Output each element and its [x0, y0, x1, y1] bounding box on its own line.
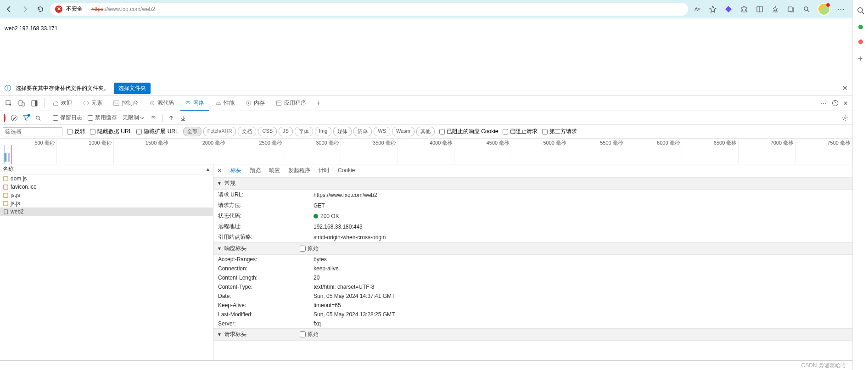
request-row[interactable]: js.js: [0, 199, 213, 207]
header-row: 请求 URL:https://www.fxq.com/web2: [213, 190, 852, 200]
section-general[interactable]: ▼常规: [213, 177, 852, 190]
sidebar-dot-red[interactable]: [858, 39, 863, 44]
detail-tab-headers[interactable]: 标头: [230, 164, 241, 178]
sidebar-plus-icon[interactable]: +: [858, 54, 863, 64]
add-tab-icon[interactable]: +: [313, 98, 325, 108]
third-party-checkbox[interactable]: 第三方请求: [542, 128, 577, 135]
collections-icon[interactable]: [786, 5, 795, 14]
tab-memory[interactable]: 内存: [241, 96, 269, 111]
more-tabs-icon[interactable]: ⋯: [821, 100, 827, 107]
more-icon[interactable]: ⋯: [837, 5, 846, 14]
network-timeline[interactable]: 500 毫秒1000 毫秒1500 毫秒2000 毫秒2500 毫秒3000 毫…: [0, 139, 852, 164]
url-text: https://www.fxq.com/web2: [91, 6, 155, 12]
request-row[interactable]: dom.js: [0, 174, 213, 183]
network-conditions-icon[interactable]: [150, 115, 157, 121]
request-row[interactable]: favicon.ico: [0, 183, 213, 191]
raw-checkbox-2[interactable]: 原始: [300, 331, 319, 338]
read-aloud-icon[interactable]: A»: [693, 5, 702, 14]
detail-tab-timing[interactable]: 计时: [319, 164, 330, 178]
request-row[interactable]: js.js: [0, 191, 213, 199]
network-settings-icon[interactable]: [842, 114, 849, 121]
svg-rect-27: [4, 209, 7, 213]
detail-tab-preview[interactable]: 预览: [250, 164, 261, 178]
type-chip[interactable]: 媒体: [333, 127, 352, 136]
type-chip[interactable]: Wasm: [392, 127, 414, 136]
svg-rect-9: [35, 101, 37, 106]
search-icon[interactable]: [35, 115, 41, 121]
header-row: Server:fxq: [213, 319, 852, 328]
import-har-icon[interactable]: [168, 115, 174, 121]
devtools-close-icon[interactable]: ✕: [843, 100, 848, 107]
svg-point-28: [857, 8, 862, 12]
inspect-icon[interactable]: [3, 98, 15, 108]
forward-button[interactable]: [19, 4, 30, 15]
info-close-icon[interactable]: ✕: [842, 84, 848, 92]
profile-avatar[interactable]: [818, 3, 830, 16]
header-row: Accept-Ranges:bytes: [213, 255, 852, 264]
type-chip[interactable]: CSS: [258, 127, 277, 136]
header-row: 状态代码:200 OK: [213, 211, 852, 221]
favorite-icon[interactable]: [708, 5, 717, 14]
tab-sources[interactable]: 源代码: [145, 96, 179, 111]
reload-button[interactable]: [35, 4, 46, 15]
device-toggle-icon[interactable]: [16, 98, 28, 108]
type-chip[interactable]: 清单: [353, 127, 372, 136]
dock-icon[interactable]: [28, 98, 40, 108]
clear-button[interactable]: [11, 115, 17, 121]
blocked-cookies-checkbox[interactable]: 已阻止的响应 Cookie: [439, 128, 498, 135]
export-har-icon[interactable]: [180, 115, 186, 121]
favorites-bar-icon[interactable]: [771, 5, 780, 14]
preserve-log-checkbox[interactable]: 保留日志: [53, 114, 82, 122]
type-chip[interactable]: 全部: [183, 127, 202, 136]
tab-performance[interactable]: 性能: [211, 96, 239, 111]
detail-tab-initiator[interactable]: 发起程序: [288, 164, 310, 178]
filter-toggle-icon[interactable]: [23, 115, 29, 121]
split-screen-icon[interactable]: [755, 5, 764, 14]
section-request-headers[interactable]: ▼请求标头 原始: [213, 328, 852, 341]
detail-close-icon[interactable]: ✕: [217, 167, 222, 174]
type-filter-chips: 全部Fetch/XHR文档CSSJS字体Img媒体清单WSWasm其他: [183, 127, 435, 136]
record-button[interactable]: [4, 115, 6, 121]
filter-input[interactable]: [3, 127, 62, 136]
tab-elements[interactable]: 元素: [78, 96, 107, 111]
svg-line-13: [218, 103, 219, 104]
override-info-bar: i 选择要在其中存储替代文件的文件夹。 选择文件夹 ✕: [0, 81, 852, 95]
header-row: Date:Sun, 05 May 2024 14:37:41 GMT: [213, 292, 852, 301]
tab-network[interactable]: 网络: [180, 96, 209, 111]
throttle-select[interactable]: 无限制: [123, 114, 145, 122]
select-folder-button[interactable]: 选择文件夹: [114, 83, 151, 94]
svg-point-22: [845, 117, 846, 119]
type-chip[interactable]: 其他: [416, 127, 435, 136]
request-list-header[interactable]: 名称▲: [0, 164, 213, 174]
request-row[interactable]: web2: [0, 207, 213, 216]
type-chip[interactable]: JS: [279, 127, 293, 136]
hide-ext-urls-checkbox[interactable]: 隐藏扩展 URL: [136, 128, 178, 135]
help-icon[interactable]: ?: [832, 100, 839, 107]
diamond-icon[interactable]: [724, 5, 733, 14]
sidebar-dot-green[interactable]: [858, 25, 863, 29]
back-button[interactable]: [4, 4, 15, 15]
hide-data-urls-checkbox[interactable]: 隐藏数据 URL: [90, 128, 132, 135]
url-box[interactable]: ✕ 不安全 | https://www.fxq.com/web2: [50, 3, 688, 16]
type-chip[interactable]: Img: [315, 127, 331, 136]
zoom-icon[interactable]: [802, 5, 811, 14]
svg-point-12: [151, 102, 152, 103]
detail-tab-response[interactable]: 响应: [269, 164, 280, 178]
detail-tab-cookies[interactable]: Cookie: [338, 164, 355, 177]
svg-rect-16: [277, 101, 281, 105]
extensions-icon[interactable]: [739, 5, 749, 14]
raw-checkbox[interactable]: 原始: [300, 245, 319, 252]
type-chip[interactable]: 文档: [238, 127, 256, 136]
disable-cache-checkbox[interactable]: 禁用缓存: [88, 114, 117, 122]
sidebar-search-icon[interactable]: [857, 6, 865, 15]
type-chip[interactable]: WS: [374, 127, 390, 136]
section-response-headers[interactable]: ▼响应标头 原始: [213, 242, 852, 255]
tab-console[interactable]: 控制台: [109, 96, 143, 111]
invert-checkbox[interactable]: 反转: [67, 128, 85, 135]
type-chip[interactable]: 字体: [295, 127, 313, 136]
tab-application[interactable]: 应用程序: [271, 96, 311, 111]
tab-welcome[interactable]: 欢迎: [48, 96, 77, 111]
blocked-requests-checkbox[interactable]: 已阻止请求: [503, 128, 538, 135]
svg-line-29: [862, 12, 864, 14]
type-chip[interactable]: Fetch/XHR: [203, 127, 236, 136]
